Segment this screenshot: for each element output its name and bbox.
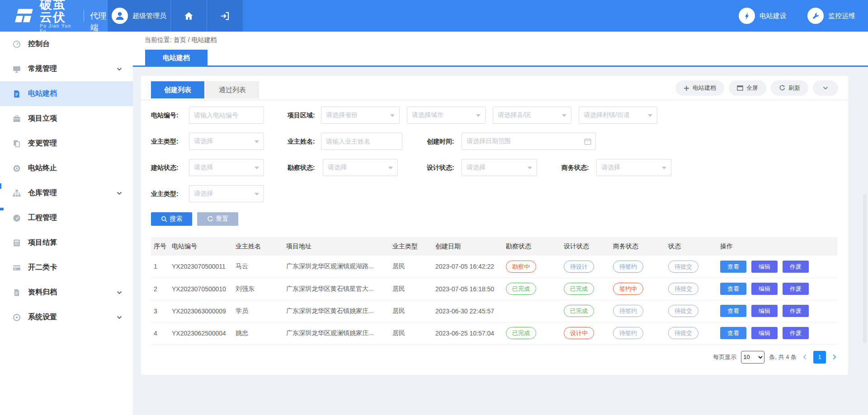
sidebar-item-8[interactable]: 项目结算 bbox=[0, 230, 133, 255]
sidebar-item-label: 项目立项 bbox=[28, 114, 57, 123]
select-placeholder: 请选择 bbox=[194, 137, 213, 145]
header-nav-item-1[interactable]: 监控运维 bbox=[807, 8, 855, 24]
void-button[interactable]: 作废 bbox=[783, 327, 809, 339]
tab-list-1[interactable]: 通过列表 bbox=[206, 81, 259, 98]
cell-owner-name: 姚忠 bbox=[233, 322, 283, 344]
sidebar-item-3[interactable]: 项目立项 bbox=[0, 106, 133, 131]
filter-row-3: 业主类型:请选择 bbox=[141, 185, 848, 202]
edit-button[interactable]: 编辑 bbox=[751, 261, 778, 273]
cell-created-date: 2023-06-30 22:45:57 bbox=[433, 300, 503, 322]
sidebar-item-5[interactable]: 电站终止 bbox=[0, 156, 133, 181]
sidebar-item-2[interactable]: 电站建档 bbox=[0, 81, 133, 106]
fullscreen-button[interactable]: 全屏 bbox=[729, 80, 766, 96]
header-right-nav: 电站建设监控运维 bbox=[739, 0, 855, 32]
void-button[interactable]: 作废 bbox=[783, 283, 809, 295]
sidebar-item-label: 工程管理 bbox=[28, 213, 57, 223]
cell-address: 广东深圳龙华区黄石镇姚家庄... bbox=[283, 300, 390, 322]
sidebar-item-label: 项目结算 bbox=[28, 238, 57, 247]
cell-owner-type: 居民 bbox=[390, 256, 433, 278]
filter-select-1-0[interactable]: 请选择 bbox=[189, 133, 264, 150]
reset-icon bbox=[207, 216, 213, 222]
filter-input-0-0[interactable] bbox=[189, 107, 264, 124]
filter-select-3-0[interactable]: 请选择 bbox=[189, 185, 264, 202]
header-nav-item-0[interactable]: 电站建设 bbox=[739, 8, 787, 24]
wrench-icon-circle bbox=[807, 8, 824, 24]
portal-label: 代理端 bbox=[84, 10, 107, 22]
chevron-down-icon[interactable] bbox=[117, 290, 122, 295]
sidebar-scroll-marker bbox=[0, 208, 4, 210]
table-row-1: 2YX2023070500010刘强东广东深圳龙华区黄石镇星官大...居民202… bbox=[151, 278, 837, 300]
panel-toolbar: 电站建档全屏刷新 bbox=[675, 80, 838, 96]
filter-select-0-1[interactable]: 请选择省份 bbox=[321, 107, 400, 124]
business-status-badge: 待签约 bbox=[613, 327, 643, 339]
collapse-button[interactable] bbox=[813, 80, 838, 96]
column-header-1: 电站编号 bbox=[169, 237, 233, 256]
edit-button[interactable]: 编辑 bbox=[751, 283, 778, 295]
filter-select-2-2[interactable]: 请选择 bbox=[462, 159, 537, 176]
sidebar-item-0[interactable]: 控制台 bbox=[0, 32, 133, 56]
void-button[interactable]: 作废 bbox=[783, 261, 809, 273]
sidebar-item-4[interactable]: 变更管理 bbox=[0, 131, 133, 156]
prev-page-button[interactable] bbox=[801, 354, 809, 360]
per-page-select[interactable]: 10 bbox=[741, 351, 764, 364]
view-button[interactable]: 查看 bbox=[720, 261, 746, 273]
column-header-8: 商务状态 bbox=[610, 237, 665, 256]
chevron-down-icon[interactable] bbox=[117, 191, 122, 196]
chevron-down-icon[interactable] bbox=[117, 66, 122, 72]
brand-logo[interactable]: 破茧云伏 Po Jian Yun Fu 代理端 bbox=[0, 0, 107, 32]
logout-button[interactable] bbox=[207, 0, 243, 32]
breadcrumb: 当前位置: 首页 / 电站建档 bbox=[145, 36, 217, 44]
filter-select-0-4[interactable]: 请选择村镇/街道 bbox=[579, 107, 657, 124]
status-status-badge: 待提交 bbox=[668, 261, 698, 273]
dashboard-icon bbox=[13, 214, 23, 222]
edit-button[interactable]: 编辑 bbox=[751, 327, 778, 339]
void-button[interactable]: 作废 bbox=[783, 305, 809, 317]
sitemap-icon bbox=[13, 189, 23, 197]
home-button[interactable] bbox=[170, 0, 207, 32]
filter-label: 创建时间: bbox=[427, 133, 454, 150]
filter-select-2-3[interactable]: 请选择 bbox=[596, 159, 671, 176]
scrollbar[interactable] bbox=[863, 32, 867, 415]
sidebar-item-11[interactable]: 系统设置 bbox=[0, 305, 133, 330]
filter-input-1-1[interactable] bbox=[321, 133, 402, 150]
edit-button[interactable]: 编辑 bbox=[751, 305, 778, 317]
filter-daterange-1-2[interactable]: 请选择日期范围 bbox=[462, 133, 596, 150]
user-menu[interactable]: 超级管理员 bbox=[107, 0, 170, 32]
reset-button[interactable]: 重置 bbox=[197, 212, 238, 226]
view-button[interactable]: 查看 bbox=[720, 283, 746, 295]
sidebar-scroll-marker bbox=[0, 183, 1, 189]
cell-design-status: 已完成 bbox=[561, 278, 610, 300]
breadcrumb-home-link[interactable]: 首页 bbox=[174, 36, 186, 43]
filter-select-0-3[interactable]: 请选择县/区 bbox=[493, 107, 571, 124]
select-placeholder: 请选择 bbox=[194, 163, 213, 172]
search-button[interactable]: 搜索 bbox=[151, 212, 192, 226]
sidebar-item-10[interactable]: 资料归档 bbox=[0, 280, 133, 305]
sidebar-item-9[interactable]: 开二类卡 bbox=[0, 255, 133, 280]
page-number-button[interactable]: 1 bbox=[813, 351, 826, 364]
view-button[interactable]: 查看 bbox=[720, 305, 746, 317]
filter-select-2-0[interactable]: 请选择 bbox=[189, 159, 264, 176]
page-tab-station-archive[interactable]: 电站建档 bbox=[145, 50, 208, 65]
main-area: 当前位置: 首页 / 电站建档 电站建档 创建列表通过列表 电站建档全屏刷新 电… bbox=[133, 32, 868, 415]
sidebar-item-6[interactable]: 仓库管理 bbox=[0, 181, 133, 205]
next-page-button[interactable] bbox=[830, 354, 838, 360]
sidebar-item-7[interactable]: 工程管理 bbox=[0, 205, 133, 230]
sidebar: 控制台常规管理电站建档项目立项变更管理电站终止仓库管理工程管理项目结算开二类卡资… bbox=[0, 32, 133, 415]
tab-list-0[interactable]: 创建列表 bbox=[151, 81, 204, 98]
scrollbar-thumb[interactable] bbox=[863, 194, 867, 343]
cell-created-date: 2023-07-05 16:42:22 bbox=[433, 256, 503, 278]
settings-icon bbox=[13, 313, 23, 322]
cell-status-status: 待提交 bbox=[665, 322, 717, 344]
sidebar-item-1[interactable]: 常规管理 bbox=[0, 56, 133, 81]
survey-status-badge: 已完成 bbox=[506, 283, 536, 295]
filter-select-0-2[interactable]: 请选择城市 bbox=[407, 107, 486, 124]
design-status-badge: 设计中 bbox=[564, 327, 594, 339]
breadcrumb-bar: 当前位置: 首页 / 电站建档 电站建档 bbox=[133, 32, 868, 67]
chevron-down-icon[interactable] bbox=[117, 315, 122, 320]
filter-select-2-1[interactable]: 请选择 bbox=[323, 159, 398, 176]
view-button[interactable]: 查看 bbox=[720, 327, 746, 339]
refresh-button[interactable]: 刷新 bbox=[771, 80, 808, 96]
create-station-button[interactable]: 电站建档 bbox=[675, 80, 724, 96]
filter-label: 建站状态: bbox=[151, 159, 179, 176]
column-header-6: 勘察状态 bbox=[503, 237, 561, 256]
